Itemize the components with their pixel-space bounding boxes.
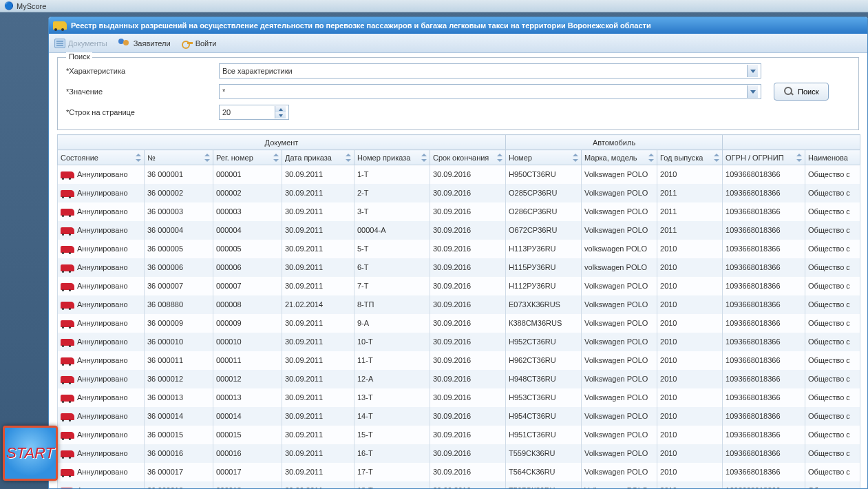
table-row[interactable]: Аннулировано36 00001600001630.09.201116-…: [58, 444, 860, 463]
cell-year: 2010: [657, 314, 723, 333]
app-icon: 🔵: [4, 1, 14, 11]
toolbar-login[interactable]: Войти: [182, 39, 217, 48]
table-row[interactable]: Аннулировано36 00001000001030.09.201110-…: [58, 333, 860, 351]
table-row[interactable]: Аннулировано36 00001700001730.09.201117-…: [58, 463, 860, 481]
value-select[interactable]: *: [219, 84, 761, 99]
documents-icon: [54, 39, 65, 48]
cell-expiry: 30.09.2016: [430, 295, 506, 314]
cell-year: 2010: [657, 463, 723, 481]
cell-car-num: Н112РУ36RU: [506, 277, 582, 295]
search-icon: [784, 87, 794, 96]
cell-expiry: 30.09.2016: [430, 407, 506, 426]
col-year[interactable]: Год выпуска: [657, 150, 723, 165]
cell-year: 2010: [657, 240, 723, 258]
cell-ogrn: 1093668018366: [723, 333, 805, 351]
table-row[interactable]: Аннулировано36 00001200001230.09.201112-…: [58, 370, 860, 388]
cell-name: Общество с: [805, 258, 860, 277]
cell-brand: volkswagen POLO: [582, 240, 657, 258]
cell-car-num: О286СР36RU: [506, 202, 582, 221]
chevron-down-icon: [747, 65, 758, 77]
car-icon: [61, 357, 74, 364]
cell-num: 36 000010: [145, 333, 213, 351]
cell-status: Аннулировано: [58, 351, 145, 370]
table-row[interactable]: Аннулировано36 00000700000730.09.20117-Т…: [58, 277, 860, 295]
cell-car-num: Н113РУ36RU: [506, 240, 582, 258]
search-button[interactable]: Поиск: [774, 83, 829, 101]
cell-ogrn: 1093668018366: [723, 444, 805, 463]
cell-expiry: 30.09.2016: [430, 221, 506, 240]
cell-expiry: 30.09.2016: [430, 370, 506, 388]
cell-order-num: 3-Т: [354, 202, 430, 221]
characteristic-value: Все характеристики: [222, 67, 293, 75]
toolbar-documents[interactable]: Документы: [54, 39, 107, 48]
cell-num: 36 000004: [145, 221, 213, 240]
table-row[interactable]: Аннулировано36 00000200000230.09.20112-Т…: [58, 184, 860, 202]
cell-ogrn: 1093668018366: [723, 221, 805, 240]
col-expiry[interactable]: Срок окончания: [430, 150, 506, 165]
cell-ogrn: 1093668018366: [723, 388, 805, 407]
cell-brand: Volkswagen POLO: [582, 388, 657, 407]
cell-year: 2010: [657, 277, 723, 295]
cell-status: Аннулировано: [58, 277, 145, 295]
cell-status: Аннулировано: [58, 314, 145, 333]
col-car-num[interactable]: Номер: [506, 150, 582, 165]
cell-order-num: 17-Т: [354, 463, 430, 481]
table-row[interactable]: Аннулировано36 00001400001430.09.201114-…: [58, 407, 860, 426]
table-row[interactable]: Аннулировано36 00000300000330.09.20113-Т…: [58, 202, 860, 221]
cell-year: 2010: [657, 426, 723, 444]
table-row[interactable]: Аннулировано36 00001800001830.09.201118-…: [58, 481, 860, 490]
cell-car-num: Т559СК36RU: [506, 444, 582, 463]
cell-car-num: Е073ХК36RUS: [506, 295, 582, 314]
table-row[interactable]: Аннулировано36 00000900000930.09.20119-А…: [58, 314, 860, 333]
start-button[interactable]: START: [3, 426, 58, 481]
cell-expiry: 30.09.2016: [430, 165, 506, 184]
car-icon: [61, 376, 74, 383]
cell-order-num: 6-Т: [354, 258, 430, 277]
cell-year: 2011: [657, 221, 723, 240]
cell-status: Аннулировано: [58, 165, 145, 184]
col-num[interactable]: №: [145, 150, 213, 165]
table-row[interactable]: Аннулировано36 00001100001130.09.201111-…: [58, 351, 860, 370]
car-icon: [61, 209, 74, 216]
cell-status: Аннулировано: [58, 295, 145, 314]
toolbar-applicants[interactable]: Заявители: [118, 39, 171, 48]
cell-name: Общество с: [805, 333, 860, 351]
table-row[interactable]: Аннулировано36 00000500000530.09.20115-Т…: [58, 240, 860, 258]
col-name[interactable]: Наименова: [805, 150, 860, 165]
cell-expiry: 30.09.2016: [430, 277, 506, 295]
cell-car-num: Н962СТ36RU: [506, 351, 582, 370]
table-row[interactable]: Аннулировано36 00888000000821.02.20148-Т…: [58, 295, 860, 314]
cell-order-date: 30.09.2011: [282, 407, 354, 426]
cell-name: Общество с: [805, 370, 860, 388]
col-status[interactable]: Состояние: [58, 150, 145, 165]
cell-ogrn: 1093668018366: [723, 240, 805, 258]
cell-order-date: 30.09.2011: [282, 314, 354, 333]
rows-per-page-spinner[interactable]: 20: [219, 105, 289, 120]
cell-car-num: Н954СТ36RU: [506, 407, 582, 426]
cell-brand: Volkswagen POLO: [582, 184, 657, 202]
cell-name: Общество с: [805, 463, 860, 481]
cell-status: Аннулировано: [58, 221, 145, 240]
col-order-num[interactable]: Номер приказа: [354, 150, 430, 165]
col-order-date[interactable]: Дата приказа: [282, 150, 354, 165]
cell-order-num: 10-Т: [354, 333, 430, 351]
car-icon: [61, 302, 74, 309]
cell-num: 36 000011: [145, 351, 213, 370]
col-reg[interactable]: Рег. номер: [213, 150, 282, 165]
cell-reg: 000009: [213, 314, 282, 333]
table-row[interactable]: Аннулировано36 00000400000430.09.2011000…: [58, 221, 860, 240]
cell-reg: 000013: [213, 388, 282, 407]
col-brand[interactable]: Марка, модель: [582, 150, 657, 165]
characteristic-select[interactable]: Все характеристики: [219, 63, 761, 79]
table-row[interactable]: Аннулировано36 00001300001330.09.201113-…: [58, 388, 860, 407]
table-row[interactable]: Аннулировано36 00000600000630.09.20116-Т…: [58, 258, 860, 277]
table-row[interactable]: Аннулировано36 00001500001530.09.201115-…: [58, 426, 860, 444]
car-icon: [61, 413, 74, 420]
cell-ogrn: 1093668018366: [723, 407, 805, 426]
table-row[interactable]: Аннулировано36 00000100000130.09.20111-Т…: [58, 165, 860, 184]
col-ogrn[interactable]: ОГРН / ОГРНИП: [723, 150, 805, 165]
value-label: *Значение: [66, 87, 219, 96]
cell-name: Общество с: [805, 481, 860, 490]
cell-reg: 000017: [213, 463, 282, 481]
cell-name: Общество с: [805, 295, 860, 314]
